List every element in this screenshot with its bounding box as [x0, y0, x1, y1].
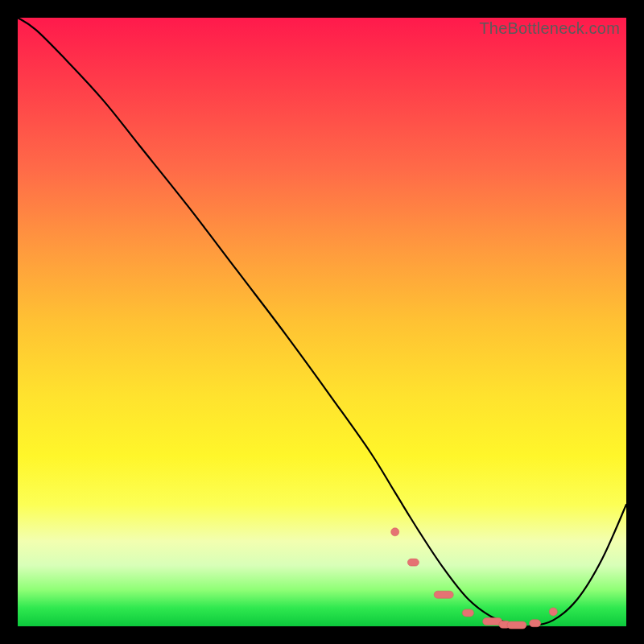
bottleneck-curve: [18, 18, 626, 627]
curve-markers: [391, 528, 558, 629]
chart-plot-area: TheBottleneck.com: [18, 18, 626, 626]
curve-marker: [530, 620, 541, 627]
curve-marker: [434, 591, 453, 598]
chart-frame: TheBottleneck.com: [0, 0, 644, 644]
curve-marker: [391, 528, 399, 536]
curve-marker: [462, 609, 473, 617]
curve-marker: [507, 621, 526, 629]
curve-marker: [407, 559, 419, 566]
curve-marker: [549, 608, 557, 616]
chart-svg: [18, 18, 626, 626]
